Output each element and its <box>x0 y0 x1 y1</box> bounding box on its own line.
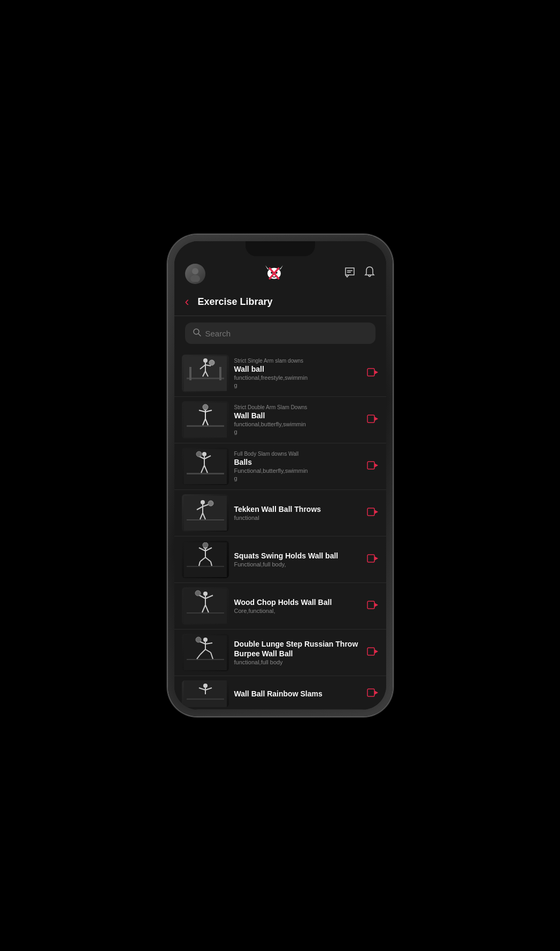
exercise-info: Tekken Wall Ball Throws functional <box>234 504 362 521</box>
video-icon[interactable] <box>367 600 379 612</box>
video-icon[interactable] <box>367 367 379 380</box>
svg-point-0 <box>192 268 198 274</box>
svg-rect-46 <box>367 462 374 469</box>
list-item[interactable]: Strict Double Arm Slam Downs Wall Ball f… <box>174 397 386 443</box>
exercise-info: Strict Single Arm slam downs Wall ball f… <box>234 358 362 389</box>
svg-rect-70 <box>367 555 374 562</box>
list-item[interactable]: Wood Chop Holds Wall Ball Core,functiona… <box>174 583 386 630</box>
svg-rect-60 <box>187 566 224 567</box>
exercise-subtitle: Strict Single Arm slam downs <box>234 358 362 364</box>
exercise-thumbnail <box>182 448 229 485</box>
svg-marker-71 <box>374 556 378 561</box>
svg-point-74 <box>203 592 208 596</box>
exercise-thumbnail <box>182 401 229 439</box>
svg-point-98 <box>203 684 208 688</box>
svg-point-1 <box>190 275 200 282</box>
svg-point-93 <box>196 637 201 642</box>
video-icon[interactable] <box>367 647 379 659</box>
search-input-wrap[interactable] <box>185 323 375 344</box>
list-item[interactable]: Wall Ball Rainbow Slams <box>174 676 386 710</box>
svg-rect-15 <box>189 367 191 380</box>
back-button[interactable]: ‹ <box>185 294 189 309</box>
svg-rect-57 <box>367 508 374 516</box>
exercise-subtitle: Strict Double Arm Slam Downs <box>234 404 362 411</box>
svg-rect-16 <box>219 367 221 380</box>
video-icon[interactable] <box>367 688 379 700</box>
svg-point-39 <box>202 452 206 456</box>
video-icon[interactable] <box>367 554 379 566</box>
exercise-info: Strict Double Arm Slam Downs Wall Ball f… <box>234 404 362 436</box>
exercise-title: Double Lunge Step Russian Throw Burpee W… <box>234 639 362 658</box>
list-item[interactable]: Squats Swing Holds Wall ball Functional,… <box>174 536 386 583</box>
exercise-thumbnail <box>182 587 229 625</box>
exercise-info: Wall Ball Rainbow Slams <box>234 689 362 699</box>
svg-point-56 <box>208 501 213 506</box>
exercise-title: Wood Chop Holds Wall Ball <box>234 597 362 607</box>
exercise-tags: functional <box>234 514 362 521</box>
avatar-image <box>185 264 205 284</box>
svg-rect-73 <box>187 612 224 613</box>
search-bar <box>174 316 386 350</box>
svg-rect-38 <box>187 473 224 474</box>
phone-frame: ‹ Exercise Library <box>168 235 393 716</box>
phone-inner: ‹ Exercise Library <box>174 241 386 710</box>
search-input[interactable] <box>205 329 368 338</box>
svg-point-23 <box>209 360 214 365</box>
screen: ‹ Exercise Library <box>174 241 386 710</box>
svg-marker-4 <box>279 265 283 270</box>
exercise-info: Wood Chop Holds Wall Ball Core,functiona… <box>234 597 362 615</box>
avatar[interactable] <box>185 264 205 284</box>
page-title: Exercise Library <box>198 296 273 308</box>
exercise-thumbnail <box>182 680 229 707</box>
exercise-title: Squats Swing Holds Wall ball <box>234 551 362 561</box>
list-item[interactable]: Double Lunge Step Russian Throw Burpee W… <box>174 630 386 676</box>
svg-point-17 <box>203 358 208 363</box>
svg-point-69 <box>203 542 208 548</box>
video-icon[interactable] <box>367 414 379 426</box>
exercise-thumbnail <box>182 355 229 392</box>
svg-marker-103 <box>374 691 378 695</box>
exercise-info: Double Lunge Step Russian Throw Burpee W… <box>234 639 362 666</box>
list-item[interactable]: Full Body Slam downs Wall Balls Function… <box>174 443 386 490</box>
svg-rect-49 <box>187 519 224 520</box>
svg-marker-36 <box>374 417 378 421</box>
exercise-thumbnail <box>182 494 229 532</box>
header-icons <box>343 266 375 282</box>
exercise-tags: functional,butterfly,swimming <box>234 420 362 436</box>
exercise-info: Full Body Slam downs Wall Balls Function… <box>234 451 362 482</box>
exercise-info: Squats Swing Holds Wall ball Functional,… <box>234 551 362 568</box>
svg-rect-24 <box>367 369 374 376</box>
svg-marker-47 <box>374 463 378 467</box>
exercise-tags: Functional,butterfly,swimming <box>234 467 362 482</box>
bell-icon[interactable] <box>364 266 375 282</box>
svg-marker-95 <box>374 649 378 654</box>
exercise-title: Balls <box>234 457 362 467</box>
notch <box>246 241 315 256</box>
svg-rect-48 <box>184 496 227 531</box>
svg-rect-14 <box>187 378 224 379</box>
exercise-thumbnail <box>182 634 229 671</box>
svg-point-45 <box>196 451 202 457</box>
exercise-subtitle: Full Body Slam downs Wall <box>234 451 362 457</box>
svg-marker-25 <box>374 370 378 374</box>
svg-point-34 <box>203 404 208 410</box>
video-icon[interactable] <box>367 461 379 473</box>
svg-point-50 <box>201 500 205 504</box>
list-item[interactable]: Tekken Wall Ball Throws functional <box>174 490 386 536</box>
exercise-tags: functional,freestyle,swimming <box>234 374 362 389</box>
svg-marker-3 <box>265 265 269 270</box>
svg-rect-27 <box>187 425 224 427</box>
svg-rect-97 <box>187 699 224 700</box>
svg-point-85 <box>203 638 208 642</box>
svg-line-12 <box>198 334 201 336</box>
exercise-tags: Core,functional, <box>234 607 362 615</box>
list-item[interactable]: Strict Single Arm slam downs Wall ball f… <box>174 350 386 397</box>
video-icon[interactable] <box>367 507 379 519</box>
search-icon <box>193 328 201 339</box>
exercise-title: Wall Ball Rainbow Slams <box>234 689 362 699</box>
chat-icon[interactable] <box>343 266 356 282</box>
exercise-tags: functional,full body <box>234 658 362 666</box>
svg-rect-102 <box>367 689 374 696</box>
exercise-title: Wall ball <box>234 364 362 374</box>
exercise-tags: Functional,full body, <box>234 561 362 568</box>
